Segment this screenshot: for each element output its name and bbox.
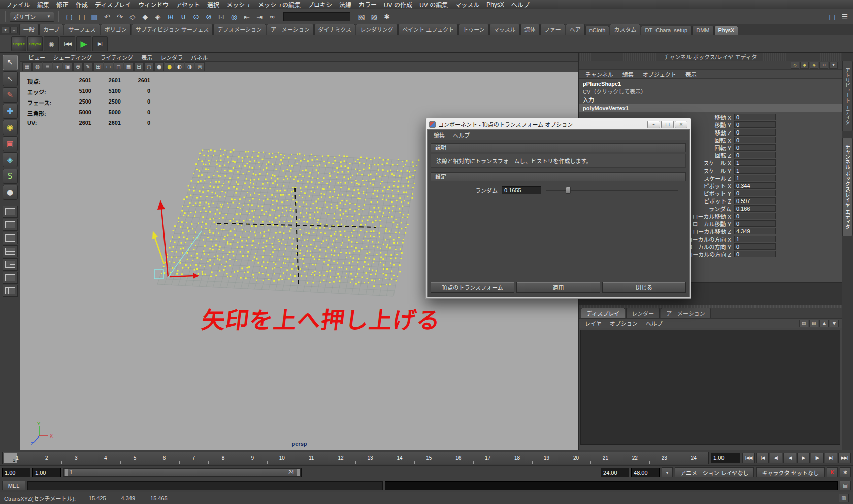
viewport-menu-item[interactable]: 表示 [137,53,156,61]
gate-mask-button[interactable]: ▩ [124,62,134,71]
playback-end-field[interactable] [601,468,629,477]
menu-item[interactable]: 選択 [204,0,223,9]
menu-item[interactable]: UV の作成 [380,0,416,9]
menu-item[interactable]: PhysX [483,1,508,9]
output-connections-button[interactable]: ⇥ [253,11,266,23]
pan-zoom-2d-button[interactable]: ⊕ [73,62,83,71]
channel-value-field[interactable]: 0 [734,220,776,227]
camera-attributes-button[interactable]: ≡ [43,62,52,71]
physx-play-button[interactable]: ▶ [76,36,91,51]
timeline-tick[interactable]: 5 [120,452,150,464]
shelf-tab[interactable]: DMM [692,26,713,35]
dialog-action-button[interactable]: 頂点のトランスフォーム [431,282,514,293]
snap-to-view-plane-button[interactable]: ⊡ [215,11,227,23]
menu-item[interactable]: メッシュの編集 [254,0,304,9]
timeline-tick[interactable]: 16 [444,452,473,464]
shelf-menu-button[interactable]: ≡ [10,27,18,33]
panel-dock-tab[interactable]: チャンネル ボックス/レイヤ エディタ [842,138,853,236]
grid-toggle-button[interactable]: ⊞ [93,62,103,71]
shelf-tab[interactable]: デフォメーション [213,24,266,35]
open-scene-button[interactable]: ▤ [76,11,88,23]
current-tool-button[interactable]: ● [3,185,18,200]
dialog-maximize-button[interactable]: □ [661,121,674,128]
timeline-tick[interactable]: 7 [179,452,209,464]
rotate-tool-button[interactable]: ◉ [3,120,18,135]
channel-box-menu-item[interactable]: 表示 [681,70,701,78]
channel-value-field[interactable]: 0 [734,213,776,219]
shelf-tab[interactable]: DT_Chara_setup [641,26,692,35]
channel-value-field[interactable]: 1 [734,167,776,174]
physx-capture-button[interactable]: ◉ [44,36,59,51]
channel-value-field[interactable]: 0 [734,121,776,128]
timeline-tick[interactable]: 19 [532,452,562,464]
shelf-tab[interactable]: アニメーション [267,24,314,35]
make-live-button[interactable]: ◎ [228,11,240,23]
lasso-select-tool-button[interactable]: ↖ [3,71,18,86]
command-language-button[interactable]: MEL [2,481,25,490]
shelf-tab[interactable]: カーブ [39,24,63,35]
wireframe-mode-button[interactable]: ○ [144,62,154,71]
channel-value-field[interactable]: 4.349 [734,228,776,234]
channel-value-field[interactable]: 0.597 [734,197,776,204]
node-list-item[interactable]: CV（クリックして表示） [579,88,842,96]
layout-two-panes-side-by-side-button[interactable] [3,232,18,244]
animation-end-field[interactable] [631,468,660,477]
character-set-button[interactable]: キャラクタ セットなし [756,467,825,477]
step-forward-one-key-button[interactable]: ▶| [825,453,837,463]
viewport-menu-item[interactable]: ライティング [96,53,137,61]
toolbar-grip[interactable] [57,11,60,22]
channel-value-field[interactable]: 0.344 [734,182,776,189]
render-settings-button[interactable]: ✱ [381,11,393,23]
shelf-tab-selector-button[interactable]: ▾ [2,27,9,33]
numeric-input-field[interactable] [283,12,350,21]
channel-value-field[interactable]: 0 [734,243,776,250]
shelf-tab[interactable]: ダイナミクス [314,24,355,35]
channel-box-menu-item[interactable]: 編集 [618,70,638,78]
selection-mode-dropdown[interactable]: ポリゴン ▼ [10,12,54,22]
range-slider[interactable]: 1 24 [63,468,302,477]
create-layer-from-selected-button[interactable]: ▧ [809,320,818,327]
soft-modification-tool-button[interactable]: S [3,169,18,184]
select-tool-button[interactable]: ↖ [3,55,18,70]
undo-button[interactable]: ↶ [101,11,113,23]
timeline-tick[interactable]: 14 [385,452,414,464]
range-end-handle[interactable] [297,469,300,476]
shelf-tab[interactable]: サーフェス [64,24,100,35]
shaded-mode-button[interactable]: ● [154,62,164,71]
layer-editor-tab[interactable]: ディスプレイ [581,308,625,318]
command-input[interactable] [27,481,383,490]
timeline-tick[interactable]: 9 [238,452,267,464]
physx-go-to-start-button[interactable]: |◀◀ [60,36,75,51]
viewport-menu-item[interactable]: パネル [187,53,212,61]
shelf-tab[interactable]: PhysX [714,26,739,35]
timeline-tick[interactable]: 13 [355,452,385,464]
layer-editor-tab[interactable]: レンダー [626,308,660,318]
create-empty-layer-button[interactable]: ▤ [799,320,808,327]
help-line-toggle-button[interactable]: ▥ [839,494,849,502]
select-by-object-button[interactable]: ◆ [139,11,151,23]
go-to-playback-end-button[interactable]: ▶▶| [838,453,851,463]
timeline-tick[interactable]: 1 [3,452,32,464]
timeline-tick[interactable]: 4 [91,452,120,464]
bookmarks-button[interactable]: ▾ [53,62,62,71]
dialog-action-button[interactable]: 閉じる [602,282,686,293]
dialog-close-button[interactable]: × [675,121,687,128]
channel-value-field[interactable]: 0 [734,144,776,151]
layout-three-panes-split-bottom-button[interactable] [3,272,18,284]
select-by-component-button[interactable]: ◈ [152,11,164,23]
xray-button[interactable]: ◎ [195,62,205,71]
panel-dock-tab[interactable]: アトリビュート エディタ [842,61,853,131]
shelf-tab[interactable]: カスタム [610,24,640,35]
toggle-panel-menus-button[interactable]: ☰ [839,11,851,23]
lock-camera-button[interactable]: ◍ [32,62,42,71]
play-forwards-button[interactable]: ▶ [797,453,810,463]
resolution-gate-button[interactable]: ◻ [114,62,123,71]
film-gate-button[interactable]: ▭ [104,62,113,71]
menu-item[interactable]: メッシュ [223,0,254,9]
timeline-tick[interactable]: 6 [150,452,179,464]
menu-item[interactable]: ディスプレイ [91,0,135,9]
select-by-hierarchy-button[interactable]: ◇ [126,11,139,23]
toggle-ui-elements-button[interactable]: ▤ [826,11,838,23]
random-slider-handle[interactable] [566,187,571,194]
field-chart-button[interactable]: ⊟ [134,62,144,71]
